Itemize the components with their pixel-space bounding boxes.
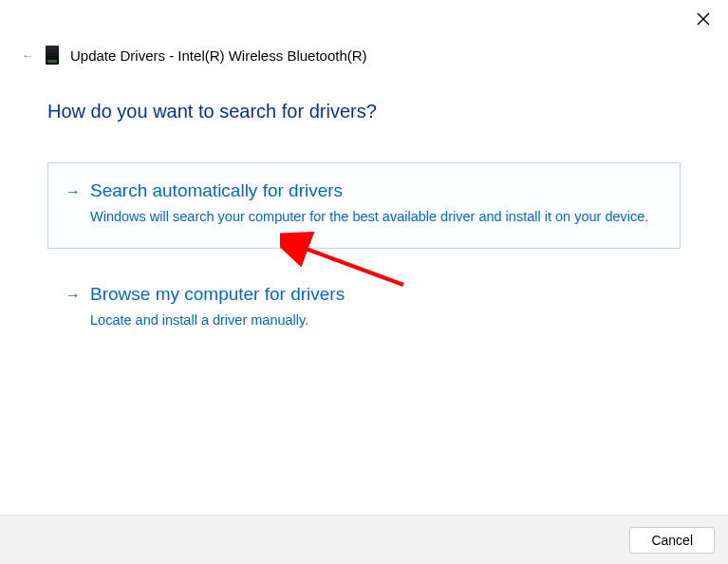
window-title: Update Drivers - Intel(R) Wireless Bluet… xyxy=(70,47,367,64)
option-search-automatically[interactable]: → Search automatically for drivers Windo… xyxy=(47,162,681,249)
footer: Cancel xyxy=(0,515,728,564)
option-title: Search automatically for drivers xyxy=(90,180,663,201)
option-body: Browse my computer for drivers Locate an… xyxy=(90,284,663,330)
close-icon xyxy=(697,12,710,26)
device-icon xyxy=(46,46,59,65)
header: ← Update Drivers - Intel(R) Wireless Blu… xyxy=(21,46,367,65)
content-area: How do you want to search for drivers? →… xyxy=(47,101,681,369)
arrow-right-icon: → xyxy=(65,287,81,330)
close-button[interactable] xyxy=(696,11,711,27)
page-heading: How do you want to search for drivers? xyxy=(47,101,681,122)
option-title: Browse my computer for drivers xyxy=(90,284,663,305)
cancel-button[interactable]: Cancel xyxy=(629,527,715,554)
option-browse-computer[interactable]: → Browse my computer for drivers Locate … xyxy=(47,266,681,352)
option-description: Windows will search your computer for th… xyxy=(90,207,663,227)
back-arrow-icon[interactable]: ← xyxy=(21,48,34,63)
arrow-right-icon: → xyxy=(65,183,81,227)
option-description: Locate and install a driver manually. xyxy=(90,310,663,330)
option-body: Search automatically for drivers Windows… xyxy=(90,180,663,227)
